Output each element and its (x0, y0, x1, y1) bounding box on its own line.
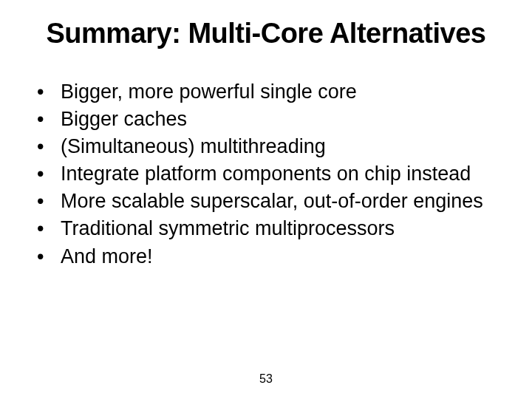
bullet-list: Bigger, more powerful single core Bigger… (37, 79, 510, 270)
slide-title: Summary: Multi-Core Alternatives (22, 18, 510, 50)
slide-container: Summary: Multi-Core Alternatives Bigger,… (0, 0, 532, 399)
slide-content: Bigger, more powerful single core Bigger… (22, 79, 510, 384)
list-item: Traditional symmetric multiprocessors (37, 216, 510, 242)
list-item: Integrate platform components on chip in… (37, 161, 510, 187)
page-number: 53 (259, 372, 273, 386)
list-item: (Simultaneous) multithreading (37, 134, 510, 160)
list-item: Bigger caches (37, 106, 510, 132)
list-item: More scalable superscalar, out-of-order … (37, 188, 510, 214)
list-item: Bigger, more powerful single core (37, 79, 510, 105)
list-item: And more! (37, 244, 510, 270)
